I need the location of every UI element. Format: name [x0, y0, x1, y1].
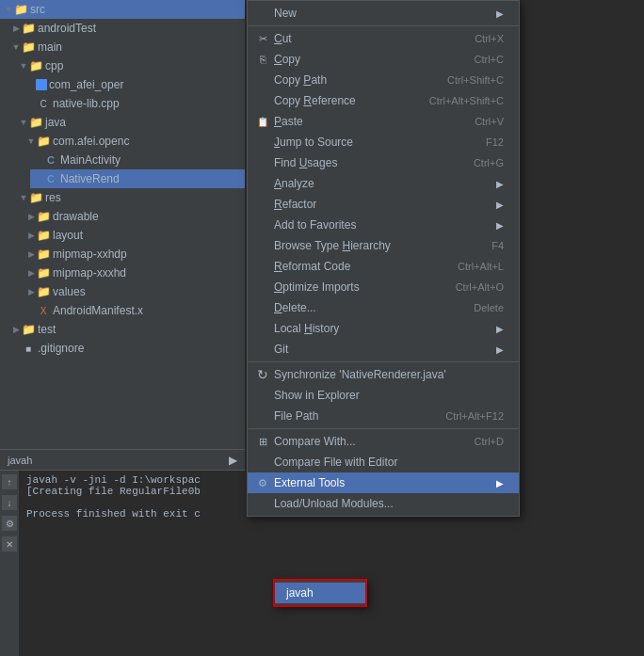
folder-icon: 📁: [28, 58, 43, 73]
submenu-arrow-local-history: ▶: [496, 324, 504, 334]
menu-icon-analyze: [255, 176, 270, 191]
menu-item-copy[interactable]: Copy Ctrl+C: [248, 49, 519, 70]
tree-item-res[interactable]: 📁 res: [15, 188, 245, 207]
folder-icon: 📁: [21, 322, 36, 337]
submenu-label-javah: javah: [286, 586, 314, 600]
shortcut-jump-source: F12: [486, 136, 504, 148]
tree-item-mipmap-xxxhd[interactable]: 📁 mipmap-xxxhd: [23, 264, 245, 282]
menu-icon-browse-hierarchy: [255, 238, 270, 253]
tree-label: native-lib.cpp: [53, 97, 120, 110]
menu-icon-load-unload: [255, 496, 270, 511]
menu-item-cut[interactable]: Cut Ctrl+X: [248, 28, 519, 49]
clear-button[interactable]: ✕: [2, 536, 17, 552]
folder-icon: 📁: [21, 40, 36, 55]
folder-icon: 📁: [36, 209, 51, 224]
tree-item-nativerend[interactable]: C NativeRend: [30, 169, 245, 188]
folder-icon: 📁: [36, 284, 51, 299]
scroll-down-button[interactable]: ↓: [2, 495, 17, 510]
menu-label-reformat-code: Reformat Code: [274, 260, 439, 273]
file-cpp-icon: C: [36, 96, 51, 111]
tree-item-cpp[interactable]: 📁 cpp: [15, 56, 245, 75]
folder-icon: 📁: [36, 228, 51, 243]
menu-icon-find-usages: [255, 155, 270, 170]
tree-item-layout[interactable]: 📁 layout: [23, 226, 245, 245]
menu-item-refactor[interactable]: Refactor ▶: [248, 194, 519, 215]
menu-item-local-history[interactable]: Local History ▶: [248, 318, 519, 339]
console-line-4: Process finished with exit c: [26, 508, 237, 520]
arrow-icon: [11, 325, 21, 334]
tree-item-values[interactable]: 📁 values: [23, 282, 245, 301]
file-img-icon: [36, 79, 47, 90]
tree-item-native-lib[interactable]: C native-lib.cpp: [23, 94, 245, 113]
menu-label-refactor: Refactor: [274, 198, 492, 211]
run-icon[interactable]: ▶: [229, 454, 237, 467]
shortcut-copy-path: Ctrl+Shift+C: [447, 74, 504, 86]
tree-item-src[interactable]: 📁 src: [0, 0, 245, 19]
tree-item-androidmanifest[interactable]: X AndroidManifest.x: [23, 301, 245, 320]
menu-icon-refactor: [255, 197, 270, 212]
shortcut-cut: Ctrl+X: [475, 33, 504, 44]
menu-item-compare-with[interactable]: Compare With... Ctrl+D: [248, 431, 519, 452]
menu-item-reformat-code[interactable]: Reformat Code Ctrl+Alt+L: [248, 256, 519, 277]
menu-item-external-tools[interactable]: External Tools ▶: [248, 472, 519, 493]
tree-item-mipmap-xxhdp[interactable]: 📁 mipmap-xxhdp: [23, 245, 245, 264]
sync-icon: [255, 367, 270, 382]
folder-icon: 📁: [13, 2, 28, 17]
submenu-arrow-new: ▶: [496, 8, 504, 19]
tree-item-com-afei-pkg[interactable]: 📁 com.afei.openc: [23, 132, 245, 151]
menu-item-synchronize[interactable]: Synchronize 'NativeRenderer.java': [248, 364, 519, 385]
menu-item-analyze[interactable]: Analyze ▶: [248, 173, 519, 194]
tree-item-test[interactable]: 📁 test: [8, 320, 245, 339]
tree-item-androidtest[interactable]: 📁 androidTest: [8, 19, 245, 38]
menu-label-load-unload: Load/Unload Modules...: [274, 497, 504, 510]
tree-item-com-afei[interactable]: com_afei_oper: [23, 75, 245, 94]
menu-item-file-path[interactable]: File Path Ctrl+Alt+F12: [248, 406, 519, 426]
menu-item-delete[interactable]: Delete... Delete: [248, 297, 519, 318]
submenu-arrow-git: ▶: [496, 344, 504, 355]
tree-item-java[interactable]: 📁 java: [15, 113, 245, 132]
menu-item-browse-hierarchy[interactable]: Browse Type Hierarchy F4: [248, 235, 519, 256]
menu-divider-1: [248, 25, 519, 26]
menu-item-copy-ref[interactable]: Copy Reference Ctrl+Alt+Shift+C: [248, 90, 519, 111]
compare-icon: [255, 434, 270, 449]
tree-label: res: [45, 191, 61, 204]
menu-item-copy-path[interactable]: Copy Path Ctrl+Shift+C: [248, 70, 519, 90]
menu-item-find-usages[interactable]: Find Usages Ctrl+G: [248, 152, 519, 173]
menu-item-git[interactable]: Git ▶: [248, 339, 519, 360]
menu-item-compare-editor[interactable]: Compare File with Editor: [248, 452, 519, 472]
folder-icon: 📁: [21, 21, 36, 36]
tree-label: drawable: [53, 210, 99, 223]
menu-item-optimize-imports[interactable]: Optimize Imports Ctrl+Alt+O: [248, 277, 519, 297]
menu-icon-optimize-imports: [255, 280, 270, 295]
menu-item-new[interactable]: New ▶: [248, 3, 519, 24]
menu-item-add-favorites[interactable]: Add to Favorites ▶: [248, 215, 519, 235]
menu-label-synchronize: Synchronize 'NativeRenderer.java': [274, 368, 504, 381]
tree-label: mipmap-xxhdp: [53, 248, 127, 261]
copy-icon: [255, 52, 270, 67]
arrow-icon: [26, 136, 36, 146]
tree-label: values: [53, 285, 86, 298]
menu-icon-show-explorer: [255, 388, 270, 403]
scroll-up-button[interactable]: ↑: [2, 474, 17, 489]
settings-button[interactable]: ⚙: [2, 516, 17, 531]
tree-item-main[interactable]: 📁 main: [8, 38, 245, 56]
arrow-icon: [19, 118, 28, 127]
menu-item-paste[interactable]: Paste Ctrl+V: [248, 111, 519, 132]
tree-label: com_afei_oper: [49, 78, 123, 91]
menu-label-copy-path: Copy Path: [274, 73, 428, 87]
menu-label-compare-with: Compare With...: [274, 435, 456, 448]
tree-item-mainactivity[interactable]: C MainActivity: [30, 151, 245, 169]
menu-item-show-explorer[interactable]: Show in Explorer: [248, 385, 519, 406]
shortcut-paste: Ctrl+V: [475, 116, 504, 127]
menu-item-load-unload[interactable]: Load/Unload Modules...: [248, 493, 519, 514]
tree-label: java: [45, 116, 66, 129]
menu-item-jump-source[interactable]: Jump to Source F12: [248, 132, 519, 152]
menu-icon-compare-editor: [255, 455, 270, 470]
menu-icon-new: [255, 6, 270, 21]
submenu-item-javah[interactable]: javah: [275, 583, 365, 603]
tree-item-drawable[interactable]: 📁 drawable: [23, 207, 245, 226]
shortcut-find-usages: Ctrl+G: [474, 157, 504, 168]
shortcut-copy: Ctrl+C: [475, 54, 504, 65]
tree-item-gitignore[interactable]: ■ .gitignore: [8, 339, 245, 358]
submenu-arrow-favorites: ▶: [496, 220, 504, 231]
